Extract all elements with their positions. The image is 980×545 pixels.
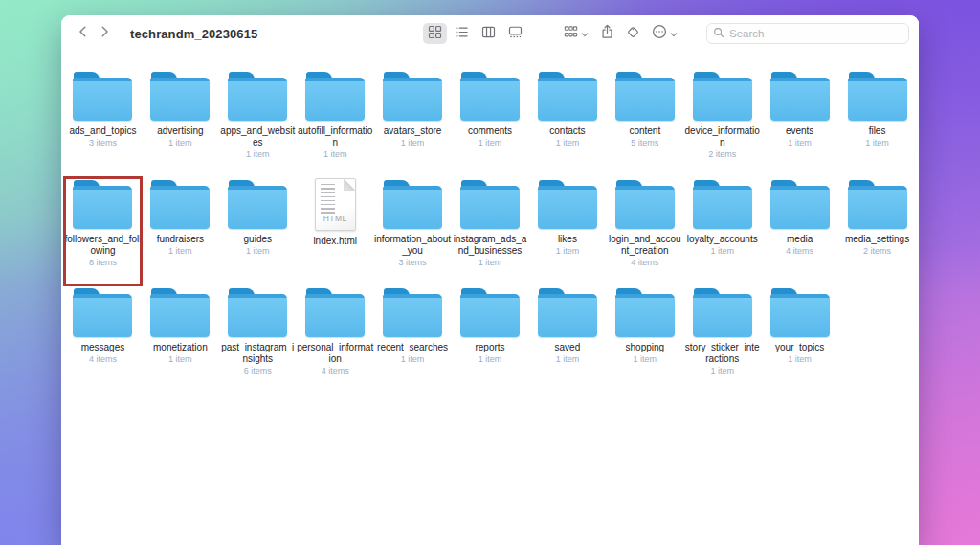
item-label: device_information [683, 125, 761, 148]
view-switcher [423, 23, 527, 44]
item-label: autofill_information [297, 125, 374, 148]
folder-item[interactable]: HTML device_information 2 items [683, 69, 761, 177]
finder-window: techrandm_20230615 [61, 15, 919, 545]
item-count: 1 item [168, 246, 192, 256]
item-count: 1 item [479, 138, 502, 148]
folder-icon [770, 180, 830, 229]
folder-icon [615, 180, 675, 229]
folder-item[interactable]: HTML contacts 1 item [528, 69, 606, 177]
gallery-view-button[interactable] [503, 23, 527, 44]
item-count: 1 item [556, 138, 580, 148]
search-field[interactable] [706, 23, 909, 44]
folder-item[interactable]: HTML likes 1 item [528, 177, 606, 285]
folder-item[interactable]: HTML instagram_ads_and_businesses 1 item [452, 177, 529, 285]
folder-icon [538, 180, 597, 229]
item-label: index.html [313, 236, 357, 247]
folder-item[interactable]: HTML your_topics 1 item [761, 285, 838, 394]
html-file-icon: HTML [315, 178, 356, 231]
folder-icon [150, 180, 210, 229]
folder-item[interactable]: HTML loyalty_accounts 1 item [683, 177, 761, 285]
folder-item[interactable]: HTML shopping 1 item [606, 285, 683, 394]
folder-item[interactable]: HTML files 1 item [838, 69, 916, 177]
folder-icon [615, 72, 675, 121]
folder-item[interactable]: HTML autofill_information 1 item [297, 69, 374, 177]
column-view-button[interactable] [477, 23, 501, 44]
back-button[interactable] [73, 22, 94, 45]
toolbar: techrandm_20230615 [61, 15, 919, 52]
item-label: fundraisers [157, 234, 204, 245]
item-label: ads_and_topics [69, 125, 136, 137]
folder-icon [693, 72, 752, 121]
folder-icon [538, 288, 597, 337]
item-label: events [786, 125, 813, 137]
group-button[interactable] [564, 25, 589, 43]
item-count: 3 items [89, 138, 117, 148]
icon-view-button[interactable] [423, 23, 447, 44]
folder-item[interactable]: HTML information_about_you 3 items [374, 177, 452, 285]
folder-icon [73, 180, 132, 229]
item-count: 6 items [244, 366, 272, 375]
folder-item[interactable]: HTML messages 4 items [64, 285, 142, 394]
file-grid: HTML ads_and_topics 3 items HTML adverti… [61, 52, 919, 394]
item-label: messages [81, 342, 125, 353]
folder-icon [460, 180, 520, 229]
folder-icon [615, 288, 675, 337]
item-label: comments [468, 125, 512, 137]
item-count: 1 item [401, 138, 425, 148]
folder-item[interactable]: HTML story_sticker_interactions 1 item [683, 285, 761, 394]
folder-item[interactable]: HTML apps_and_websites 1 item [219, 69, 297, 177]
folder-icon [770, 72, 830, 121]
forward-button[interactable] [94, 22, 115, 45]
item-count: 1 item [246, 246, 270, 256]
tag-button[interactable] [626, 25, 640, 43]
folder-item[interactable]: HTML content 5 items [606, 69, 683, 177]
item-label: saved [555, 342, 581, 353]
item-count: 1 item [246, 149, 270, 159]
group-icon [564, 25, 578, 43]
html-file-item[interactable]: HTML index.html [297, 177, 374, 285]
share-button[interactable] [600, 24, 614, 43]
item-label: login_and_account_creation [606, 234, 683, 257]
item-count: 4 items [631, 258, 658, 267]
chevron-left-icon [77, 25, 90, 42]
list-view-icon [455, 25, 469, 43]
item-label: content [629, 125, 660, 137]
item-label: reports [475, 342, 504, 353]
item-label: loyalty_accounts [687, 234, 758, 245]
item-label: information_about_you [374, 234, 452, 257]
folder-item[interactable]: HTML avatars_store 1 item [374, 69, 452, 177]
folder-item[interactable]: HTML ads_and_topics 3 items [64, 69, 142, 177]
item-label: your_topics [775, 342, 824, 353]
item-count: 1 item [479, 258, 502, 267]
item-label: advertising [157, 125, 203, 137]
folder-item[interactable]: HTML events 1 item [761, 69, 838, 177]
more-button[interactable] [652, 24, 678, 43]
item-count: 1 item [788, 138, 812, 148]
folder-item[interactable]: HTML personal_information 4 items [297, 285, 374, 394]
search-input[interactable] [729, 28, 902, 39]
item-count: 2 items [863, 246, 891, 256]
folder-item[interactable]: HTML guides 1 item [219, 177, 297, 285]
column-view-icon [481, 25, 496, 43]
folder-item[interactable]: HTML comments 1 item [452, 69, 529, 177]
folder-item[interactable]: HTML media 4 items [761, 177, 838, 285]
folder-item-highlighted[interactable]: HTML followers_and_following 8 items [64, 177, 142, 285]
item-label: story_sticker_interactions [683, 342, 761, 365]
item-label: instagram_ads_and_businesses [452, 234, 529, 257]
folder-icon [150, 72, 210, 121]
folder-icon [383, 180, 442, 229]
folder-icon [305, 72, 365, 121]
folder-item[interactable]: HTML fundraisers 1 item [142, 177, 219, 285]
item-label: recent_searches [377, 342, 448, 353]
folder-icon [770, 288, 830, 337]
folder-item[interactable]: HTML saved 1 item [528, 285, 606, 394]
chevron-down-icon [581, 25, 589, 42]
folder-item[interactable]: HTML recent_searches 1 item [374, 285, 452, 394]
folder-item[interactable]: HTML reports 1 item [452, 285, 529, 394]
folder-item[interactable]: HTML past_instagram_insights 6 items [219, 285, 297, 394]
folder-item[interactable]: HTML monetization 1 item [142, 285, 219, 394]
folder-item[interactable]: HTML media_settings 2 items [838, 177, 916, 285]
folder-item[interactable]: HTML login_and_account_creation 4 items [606, 177, 683, 285]
folder-item[interactable]: HTML advertising 1 item [142, 69, 219, 177]
list-view-button[interactable] [450, 23, 474, 44]
